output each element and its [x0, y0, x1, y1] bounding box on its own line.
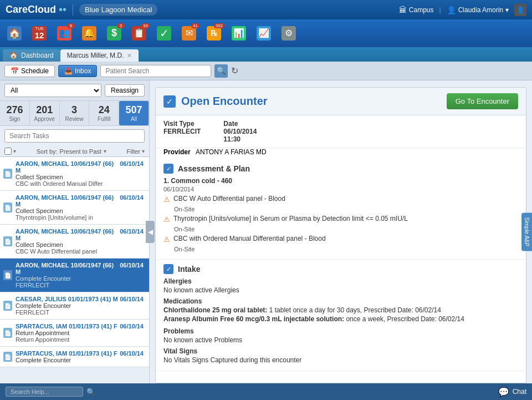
task-item[interactable]: 📄 AARON, MICHAEL 10/06/1947 (66) M 06/10…	[0, 157, 149, 191]
home-toolbar-btn[interactable]: 🏠	[3, 22, 26, 44]
visit-date-info: Date 06/10/2014 11:30	[223, 120, 271, 143]
inbox-label: Inbox	[75, 67, 91, 75]
task-icon: 📄	[3, 328, 12, 338]
campus-btn[interactable]: 🏛 Campus	[399, 6, 434, 14]
left-sidebar: All Reassign 276 Sign 201 Approve 3 Revi…	[0, 80, 150, 383]
filter-select[interactable]: All	[4, 84, 101, 97]
stat-review[interactable]: 3 Review	[60, 101, 90, 125]
schedule-icon: 📅	[11, 67, 19, 75]
home-tab-icon: 🏠	[9, 52, 18, 59]
search-help-input[interactable]	[6, 387, 83, 397]
task-type-text: Complete Encounter	[16, 302, 144, 309]
rx-badge: 392	[214, 23, 224, 28]
refresh-button[interactable]: ↻	[231, 65, 238, 76]
avatar-icon: 👤	[516, 6, 525, 14]
chat-area[interactable]: 💬 Chat	[498, 387, 526, 397]
divider	[73, 4, 73, 16]
stat-all-label: All	[121, 116, 146, 122]
task-item[interactable]: 📄 AARON, MICHAEL 10/06/1947 (66) M 06/10…	[0, 191, 149, 225]
task-patient-name: CAESAR, JULIUS 01/01/1973 (41) M 06/10/1…	[16, 296, 144, 302]
task-item[interactable]: 📄 CAESAR, JULIUS 01/01/1973 (41) M 06/10…	[0, 292, 149, 320]
med2: Aranesp Albumin Free 60 mcg/0.3 mL injec…	[163, 315, 518, 323]
select-all-checkbox[interactable]	[4, 148, 12, 155]
rx-toolbar-btn[interactable]: ℞ 392	[202, 22, 226, 44]
user-avatar[interactable]: 👤	[514, 4, 526, 16]
task-item[interactable]: 📄 SPARTACUS, IAM 01/01/1973 (41) F 06/10…	[0, 320, 149, 347]
gear-toolbar-btn[interactable]: ⚙	[277, 22, 300, 44]
stat-all-num: 507	[121, 104, 146, 116]
order-sub: On-Site	[174, 246, 518, 252]
stat-fulfill[interactable]: 24 Fulfill	[89, 101, 119, 125]
check-toolbar-btn[interactable]: ✓	[152, 22, 176, 44]
search-help-icon[interactable]: 🔍	[86, 388, 95, 396]
task-patient-name: SPARTACUS, IAM 01/01/1973 (41) F 06/10/1…	[16, 350, 144, 357]
intake-check-icon: ✓	[163, 264, 173, 274]
encounter-title-area: ✓ Open Encounter	[163, 95, 268, 108]
assessment-title: Assessment & Plan	[178, 164, 250, 173]
sort-caret: ▾	[104, 148, 106, 154]
tab-marcus-label: Marcus Miller, M.D.	[67, 52, 124, 59]
calendar-toolbar-btn[interactable]: TUE 12	[28, 22, 51, 44]
order-sub: On-Site	[174, 226, 518, 232]
chart-toolbar-btn[interactable]: 📊	[227, 22, 250, 44]
sort-filter-row: ▾ Sort by: Present to Past ▾ Filter ▾	[0, 146, 149, 157]
reassign-button[interactable]: Reassign	[105, 84, 145, 97]
user-btn[interactable]: 👤 Claudia Amorin ▾	[447, 6, 509, 14]
tab-close-icon[interactable]: ✕	[127, 52, 132, 59]
provider-info-row	[283, 121, 518, 143]
task-type-icon: 📄	[4, 330, 11, 336]
mail-toolbar-btn[interactable]: ✉ 41	[177, 22, 201, 44]
checkmark-icon: ✓	[166, 97, 173, 106]
stat-all[interactable]: 507 All	[119, 101, 149, 125]
task-type-text: Complete Encounter	[16, 275, 144, 282]
task-item-selected[interactable]: 📄 AARON, MICHAEL 10/06/1947 (66) M 06/10…	[0, 259, 149, 292]
order-sub: On-Site	[174, 206, 518, 212]
user-name: Claudia Amorin	[458, 6, 503, 14]
search-help-area: 🔍	[6, 387, 95, 397]
search-tasks-input[interactable]	[4, 129, 145, 143]
tab-dashboard[interactable]: 🏠 Dashboard	[3, 49, 60, 62]
tab-dashboard-label: Dashboard	[21, 52, 54, 59]
search-icon: 🔍	[217, 67, 226, 75]
tab-marcus[interactable]: Marcus Miller, M.D. ✕	[60, 49, 139, 62]
task-icon: 📄	[3, 169, 12, 179]
vital-signs-label: Vital Signs	[163, 347, 518, 355]
task-item[interactable]: 📄 AARON, MICHAEL 10/06/1947 (66) M 06/10…	[0, 225, 149, 259]
patient-search-input[interactable]	[100, 65, 211, 77]
task-type-icon: 📄	[4, 354, 11, 360]
simple-ap-tab[interactable]: Simple A&P	[521, 213, 532, 251]
logo-area: CareCloud •• Blue Lagoon Medical	[6, 3, 157, 16]
go-to-encounter-button[interactable]: Go To Encounter	[447, 93, 518, 109]
allergies-label: Allergies	[163, 277, 518, 285]
task-type-text: Collect Specimen	[16, 207, 144, 214]
patient-search-button[interactable]: 🔍	[214, 64, 228, 78]
task-item[interactable]: 📄 SPARTACUS, IAM 01/01/1973 (41) F 06/10…	[0, 347, 149, 367]
collapse-sidebar-button[interactable]: ◀	[146, 221, 155, 243]
bell-toolbar-btn[interactable]: 🔔	[78, 22, 101, 44]
date-label: Date	[223, 120, 238, 128]
schedule-button[interactable]: 📅 Schedule	[4, 65, 55, 77]
task-list: 📄 AARON, MICHAEL 10/06/1947 (66) M 06/10…	[0, 157, 149, 383]
filter-area[interactable]: Filter ▾	[127, 148, 145, 155]
people-toolbar-btn[interactable]: 👥 8	[53, 22, 76, 44]
task-patient-name: AARON, MICHAEL 10/06/1947 (66) M 06/10/1…	[16, 262, 144, 275]
inbox-button[interactable]: 📥 Inbox	[58, 65, 97, 77]
visit-type-value: FERRLECIT	[163, 128, 201, 135]
sort-by-label: Sort by:	[37, 148, 58, 155]
stat-approve-num: 201	[32, 104, 57, 116]
sort-area[interactable]: Sort by: Present to Past ▾	[37, 148, 106, 155]
stat-approve-label: Approve	[32, 116, 57, 122]
org-name[interactable]: Blue Lagoon Medical	[79, 4, 157, 16]
stat-approve[interactable]: 201 Approve	[30, 101, 60, 125]
select-caret[interactable]: ▾	[13, 148, 16, 154]
collapse-icon: ◀	[148, 228, 153, 236]
clipboard-toolbar-btn[interactable]: 📋 39	[127, 22, 151, 44]
task-patient-name: AARON, MICHAEL 10/06/1947 (66) M 06/10/1…	[16, 194, 144, 207]
stat-sign-label: Sign	[2, 116, 27, 122]
dollar-toolbar-btn[interactable]: $ 3	[103, 22, 126, 44]
task-type-icon: 📄	[4, 303, 11, 309]
med1-rest: 1 tablet once a day for 30 days, Prescri…	[267, 306, 441, 314]
stat-sign[interactable]: 276 Sign	[0, 101, 30, 125]
trend-toolbar-btn[interactable]: 📈	[252, 22, 275, 44]
task-patient-name: AARON, MICHAEL 10/06/1947 (66) M 06/10/1…	[16, 160, 144, 174]
